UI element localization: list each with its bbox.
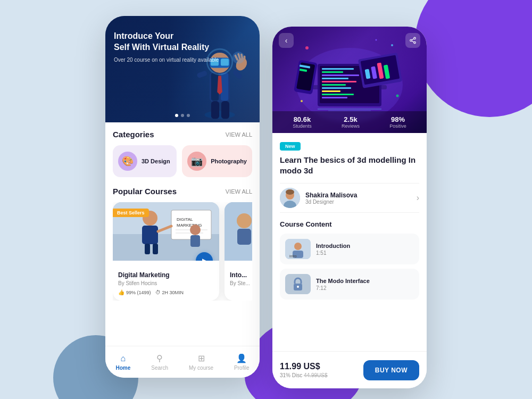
original-price: 44.99US$ xyxy=(304,372,327,378)
bottom-nav: ⌂ Home ⚲ Search ⊞ My course 👤 Profile xyxy=(105,346,260,378)
phones-wrapper: Introduce Your Self With Virtual Reality… xyxy=(0,0,532,399)
hero-dot-3 xyxy=(187,114,190,117)
nav-item-search[interactable]: ⚲ Search xyxy=(147,351,172,373)
svg-rect-7 xyxy=(221,59,229,65)
svg-point-64 xyxy=(376,39,377,41)
buy-now-button[interactable]: BUY NOW xyxy=(363,360,419,380)
svg-point-63 xyxy=(301,100,303,102)
svg-line-71 xyxy=(412,39,414,40)
share-button[interactable] xyxy=(405,33,420,48)
nav-item-profile[interactable]: 👤 Profile xyxy=(230,351,253,373)
svg-rect-45 xyxy=(322,84,346,86)
price-block: 11.99 US$ 31% Disc 44.99US$ xyxy=(280,362,328,378)
share-icon xyxy=(409,37,417,44)
lesson-item-modo[interactable]: The Modo Interface 7:12 xyxy=(280,269,419,300)
svg-point-62 xyxy=(396,95,399,97)
course-card-digital[interactable]: DIGITAL MARKETING xyxy=(113,202,219,301)
course-name-digital: Digital Marketing xyxy=(118,271,214,279)
lesson-thumb-modo xyxy=(285,274,311,294)
discount-label: 31% Disc xyxy=(280,372,302,378)
svg-rect-40 xyxy=(322,68,354,70)
svg-point-77 xyxy=(294,243,302,250)
detail-footer: 11.99 US$ 31% Disc 44.99US$ BUY NOW xyxy=(272,351,427,388)
category-label-3d: 3D Design xyxy=(142,158,170,164)
lesson-item-introduction[interactable]: intro Introduction 1:51 xyxy=(280,234,419,264)
svg-point-0 xyxy=(205,111,235,119)
hero-banner: Introduce Your Self With Virtual Reality… xyxy=(105,16,260,122)
hero-title-2: Self With Virtual Reality xyxy=(114,42,219,53)
svg-text:DIGITAL: DIGITAL xyxy=(177,217,193,222)
nav-item-mycourse[interactable]: ⊞ My course xyxy=(185,351,218,373)
hero-text-block: Introduce Your Self With Virtual Reality… xyxy=(114,31,219,64)
lesson-info-introduction: Introduction 1:51 xyxy=(316,243,414,256)
svg-point-68 xyxy=(410,39,412,41)
svg-rect-49 xyxy=(322,97,347,98)
hero-dots xyxy=(175,114,190,117)
svg-point-34 xyxy=(237,213,252,228)
svg-rect-44 xyxy=(322,81,356,82)
lesson-duration-introduction: 1:51 xyxy=(316,250,414,256)
course-card-img-digital: DIGITAL MARKETING xyxy=(113,202,219,261)
svg-rect-9 xyxy=(232,69,243,80)
new-badge: New xyxy=(280,142,301,151)
stat-students-value: 80.6k xyxy=(293,115,312,123)
svg-point-31 xyxy=(190,225,201,235)
svg-rect-16 xyxy=(221,101,229,119)
instructor-info: Shakira Malisova 3d Designer xyxy=(280,188,357,208)
courses-row: DIGITAL MARKETING xyxy=(113,202,252,301)
stat-reviews-label: Reviews xyxy=(342,123,360,129)
hero-dot-2 xyxy=(181,114,184,117)
bestseller-badge: Best Sellers xyxy=(113,209,149,217)
categories-view-all[interactable]: VIEW ALL xyxy=(226,131,252,138)
course-author-digital: By Stifen Hocins xyxy=(118,280,214,286)
lesson-thumb-svg-intro: intro xyxy=(285,239,311,259)
instructor-text: Shakira Malisova 3d Designer xyxy=(305,192,357,205)
nav-label-home: Home xyxy=(116,365,131,371)
instructor-name: Shakira Malisova xyxy=(305,192,357,199)
nav-item-home[interactable]: ⌂ Home xyxy=(112,352,135,373)
svg-line-70 xyxy=(412,41,414,42)
category-icon-3d: 🎨 xyxy=(118,152,137,171)
categories-header: Categories VIEW ALL xyxy=(113,130,252,139)
popular-courses-section: Popular Courses VIEW ALL xyxy=(113,187,252,301)
lesson-thumb-svg-modo xyxy=(285,274,311,294)
back-button[interactable]: ‹ xyxy=(279,33,294,48)
popular-title: Popular Courses xyxy=(113,187,177,196)
category-card-photo[interactable]: 📷 Photography xyxy=(182,145,252,177)
course-card-body-digital: Digital Marketing By Stifen Hocins 👍 99%… xyxy=(113,261,219,301)
svg-point-18 xyxy=(232,52,245,64)
instructor-row[interactable]: Shakira Malisova 3d Designer › xyxy=(280,183,419,213)
course-card-intro[interactable]: Into... By Ste... xyxy=(225,202,252,301)
lesson-thumb-introduction: intro xyxy=(285,239,311,259)
svg-rect-29 xyxy=(145,244,150,254)
clock-icon: ⏱ xyxy=(155,289,161,295)
hero-subtitle: Over 20 course on on virtual reality ava… xyxy=(114,56,219,64)
category-card-3d[interactable]: 🎨 3D Design xyxy=(113,145,177,177)
lesson-title-modo: The Modo Interface xyxy=(316,278,414,284)
popular-header: Popular Courses VIEW ALL xyxy=(113,187,252,196)
svg-point-69 xyxy=(414,41,416,44)
instructor-role: 3d Designer xyxy=(305,199,357,205)
svg-rect-43 xyxy=(322,78,348,79)
svg-rect-32 xyxy=(190,235,200,247)
svg-rect-46 xyxy=(322,87,351,89)
course-meta-digital: 👍 99% (1499) ⏱ 2H 30MIN xyxy=(118,289,214,295)
search-icon: ⚲ xyxy=(156,353,163,363)
svg-point-61 xyxy=(391,44,393,46)
duration-value: 2H 30MIN xyxy=(162,290,184,295)
svg-rect-27 xyxy=(142,226,158,244)
lesson-title-introduction: Introduction xyxy=(316,243,414,249)
svg-point-67 xyxy=(414,37,416,39)
course-card-img-intro xyxy=(225,202,252,261)
svg-point-60 xyxy=(305,46,309,49)
phone-right: ‹ 80.6k Students 2.5k Reviews xyxy=(272,27,427,388)
chevron-right-icon: › xyxy=(417,193,419,203)
category-label-photo: Photography xyxy=(211,158,247,164)
intro-illustration xyxy=(225,202,252,261)
detail-title: Learn The besics of 3d modelling In modo… xyxy=(280,155,419,176)
detail-stats-bar: 80.6k Students 2.5k Reviews 98% Positive xyxy=(272,111,427,133)
categories-title: Categories xyxy=(113,130,154,139)
svg-rect-35 xyxy=(237,229,251,245)
popular-view-all[interactable]: VIEW ALL xyxy=(226,188,252,195)
avatar-svg xyxy=(280,188,300,208)
